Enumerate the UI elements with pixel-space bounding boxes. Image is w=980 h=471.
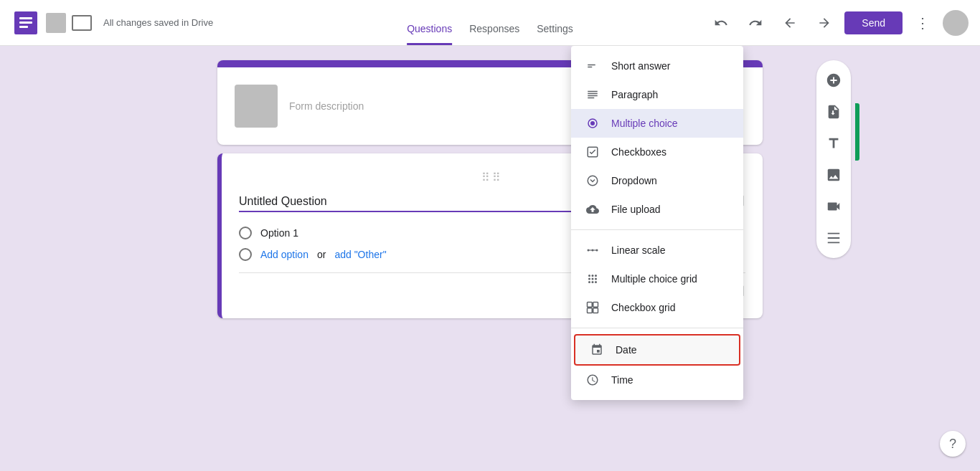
menu-label-file-upload: File upload bbox=[611, 204, 661, 215]
menu-label-short-answer: Short answer bbox=[611, 60, 670, 72]
add-option-or: or bbox=[317, 249, 326, 260]
menu-label-mc-grid: Multiple choice grid bbox=[611, 273, 697, 285]
svg-rect-21 bbox=[588, 303, 593, 308]
radio-circle bbox=[239, 227, 252, 239]
add-title-button[interactable] bbox=[819, 129, 848, 158]
menu-item-mc-grid[interactable]: Multiple choice grid bbox=[571, 265, 743, 293]
svg-point-7 bbox=[588, 176, 598, 186]
svg-point-15 bbox=[588, 278, 590, 280]
menu-divider-1 bbox=[571, 229, 743, 230]
main-content: Form description ⠿⠿ Option 1 Add option … bbox=[0, 46, 980, 471]
import-questions-button[interactable] bbox=[819, 97, 848, 126]
svg-rect-24 bbox=[593, 308, 598, 313]
short-answer-icon bbox=[585, 59, 600, 73]
time-icon bbox=[585, 373, 600, 387]
add-section-button[interactable] bbox=[819, 224, 848, 252]
menu-item-short-answer[interactable]: Short answer bbox=[571, 52, 743, 80]
right-sidebar bbox=[816, 60, 851, 258]
avatar bbox=[943, 10, 969, 36]
redo-back-button[interactable] bbox=[776, 9, 804, 37]
menu-label-multiple-choice: Multiple choice bbox=[611, 118, 678, 129]
svg-rect-23 bbox=[588, 308, 593, 313]
dropdown-menu: Short answer Paragraph Multiple choice C… bbox=[571, 46, 743, 400]
menu-item-checkboxes[interactable]: Checkboxes bbox=[571, 138, 743, 166]
help-icon: ? bbox=[949, 437, 956, 452]
svg-point-5 bbox=[590, 121, 595, 125]
svg-point-20 bbox=[595, 281, 597, 283]
topbar: All changes saved in Drive Questions Res… bbox=[0, 0, 980, 46]
more-options-button[interactable]: ⋮ bbox=[908, 9, 937, 37]
undo2-button[interactable] bbox=[741, 9, 770, 37]
multiple-choice-icon bbox=[585, 116, 600, 130]
svg-rect-2 bbox=[19, 22, 32, 24]
svg-point-14 bbox=[595, 275, 597, 277]
menu-label-time: Time bbox=[611, 374, 633, 386]
app-icon bbox=[11, 9, 40, 37]
menu-label-paragraph: Paragraph bbox=[611, 89, 658, 100]
send-button[interactable]: Send bbox=[844, 11, 903, 34]
add-other-link[interactable]: add "Other" bbox=[334, 249, 386, 260]
date-icon bbox=[590, 343, 604, 357]
topbar-left: All changes saved in Drive bbox=[11, 9, 707, 37]
paragraph-icon bbox=[585, 87, 600, 102]
menu-label-checkbox-grid: Checkbox grid bbox=[611, 302, 676, 313]
add-image-button[interactable] bbox=[819, 161, 848, 189]
menu-divider-2 bbox=[571, 328, 743, 328]
drag-dots-icon: ⠿⠿ bbox=[481, 171, 503, 184]
menu-item-checkbox-grid[interactable]: Checkbox grid bbox=[571, 293, 743, 322]
doc-icon bbox=[46, 13, 66, 33]
window-icon bbox=[72, 15, 92, 31]
svg-rect-1 bbox=[19, 17, 32, 19]
linear-scale-icon bbox=[585, 243, 600, 257]
dropdown-icon bbox=[585, 173, 600, 188]
tab-settings[interactable]: Settings bbox=[537, 23, 573, 45]
menu-label-date: Date bbox=[616, 344, 637, 356]
menu-label-linear-scale: Linear scale bbox=[611, 244, 666, 256]
help-button[interactable]: ? bbox=[940, 431, 966, 457]
svg-rect-3 bbox=[19, 26, 28, 28]
mc-grid-icon bbox=[585, 272, 600, 286]
svg-point-16 bbox=[592, 278, 594, 280]
form-image bbox=[235, 85, 278, 128]
tab-questions[interactable]: Questions bbox=[407, 23, 452, 45]
menu-item-linear-scale[interactable]: Linear scale bbox=[571, 236, 743, 265]
menu-item-dropdown[interactable]: Dropdown bbox=[571, 166, 743, 195]
menu-item-paragraph[interactable]: Paragraph bbox=[571, 80, 743, 109]
topbar-tabs: Questions Responses Settings bbox=[407, 23, 573, 45]
more-icon: ⋮ bbox=[915, 14, 930, 32]
file-upload-icon bbox=[585, 202, 600, 217]
undo-button[interactable] bbox=[707, 9, 735, 37]
svg-point-13 bbox=[592, 275, 594, 277]
add-option-link[interactable]: Add option bbox=[260, 249, 308, 260]
add-video-button[interactable] bbox=[819, 192, 848, 221]
topbar-right: Send ⋮ bbox=[707, 9, 969, 37]
form-description[interactable]: Form description bbox=[289, 100, 364, 112]
option-1-text: Option 1 bbox=[260, 227, 298, 239]
menu-item-multiple-choice[interactable]: Multiple choice bbox=[571, 109, 743, 138]
svg-point-18 bbox=[588, 281, 590, 283]
menu-item-file-upload[interactable]: File upload bbox=[571, 195, 743, 224]
saved-text: All changes saved in Drive bbox=[103, 17, 213, 28]
checkboxes-icon bbox=[585, 145, 600, 159]
tab-responses[interactable]: Responses bbox=[469, 23, 519, 45]
menu-label-dropdown: Dropdown bbox=[611, 175, 657, 186]
menu-item-time[interactable]: Time bbox=[571, 366, 743, 394]
menu-label-checkboxes: Checkboxes bbox=[611, 146, 666, 158]
redo-forward-button[interactable] bbox=[810, 9, 839, 37]
svg-rect-22 bbox=[593, 303, 598, 308]
add-question-button[interactable] bbox=[819, 66, 848, 95]
menu-item-date[interactable]: Date bbox=[574, 334, 740, 366]
add-option-radio bbox=[239, 248, 252, 261]
svg-point-12 bbox=[588, 275, 590, 277]
checkbox-grid-icon bbox=[585, 300, 600, 315]
svg-point-17 bbox=[595, 278, 597, 280]
svg-point-19 bbox=[592, 281, 594, 283]
green-strip bbox=[855, 103, 859, 161]
